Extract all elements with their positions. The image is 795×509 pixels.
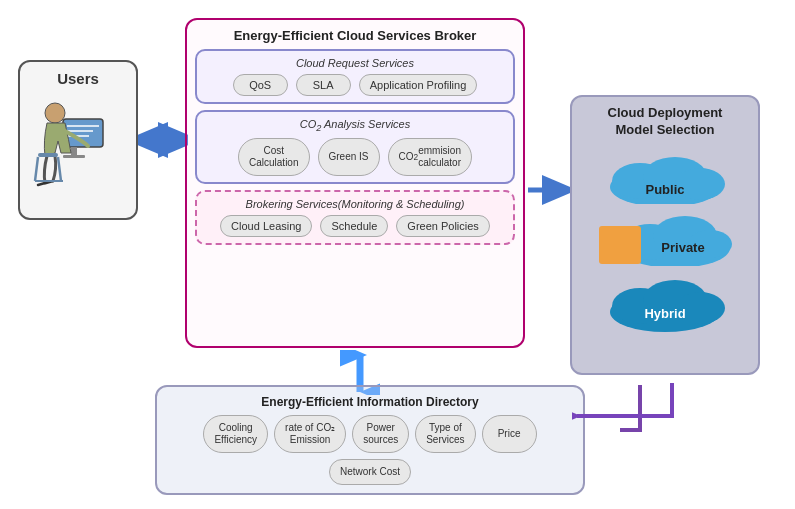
cloud-request-pills: QoS SLA Application Profiling [205,74,505,96]
pill-co2-calc: CO2 emmisioncalculator [388,138,472,176]
users-box: Users [18,60,138,220]
co2-box: CO2 Analysis Services CostCalculation Gr… [195,110,515,184]
pill-sla: SLA [296,74,351,96]
svg-text:Private: Private [661,240,704,255]
hybrid-cloud-svg: Hybrid [595,272,735,332]
arrow-broker-deployment [526,175,576,205]
pill-green-policies: Green Policies [396,215,490,237]
svg-rect-1 [71,147,77,155]
pill-cloud-leasing: Cloud Leasing [220,215,312,237]
pill-cooling: CoolingEfficiency [203,415,268,453]
svg-text:Hybrid: Hybrid [644,306,685,321]
pill-co2-rate: rate of CO₂Emission [274,415,346,453]
deployment-title: Cloud DeploymentModel Selection [608,105,723,139]
users-label: Users [57,70,99,87]
pill-network-cost: Network Cost [329,459,411,485]
brokering-box: Brokering Services(Monitoring & Scheduli… [195,190,515,245]
hybrid-cloud-container: Hybrid [595,272,735,332]
info-directory-title: Energy-Efficient Information Directory [165,395,575,409]
cloud-request-box: Cloud Request Services QoS SLA Applicati… [195,49,515,104]
co2-pills: CostCalculation Green IS CO2 emmisioncal… [205,138,505,176]
broker-title: Energy-Efficient Cloud Services Broker [195,28,515,43]
brokering-pills: Cloud Leasing Schedule Green Policies [205,215,505,237]
co2-title: CO2 Analysis Services [205,118,505,133]
info-pills-row1: CoolingEfficiency rate of CO₂Emission Po… [165,415,575,485]
svg-point-6 [45,103,65,123]
arrow-users-broker [138,120,188,160]
pill-power: Powersources [352,415,409,453]
pill-qos: QoS [233,74,288,96]
orange-rect [599,226,641,264]
arrow-deploy-to-info [572,378,692,428]
svg-text:Public: Public [645,182,684,197]
svg-rect-7 [38,153,58,157]
svg-line-8 [35,157,38,181]
brokering-title: Brokering Services(Monitoring & Scheduli… [205,198,505,210]
pill-cost: CostCalculation [238,138,309,176]
pill-type-services: Type ofServices [415,415,475,453]
svg-line-9 [58,157,61,181]
info-directory-box: Energy-Efficient Information Directory C… [155,385,585,495]
broker-box: Energy-Efficient Cloud Services Broker C… [185,18,525,348]
pill-price: Price [482,415,537,453]
svg-rect-2 [63,155,85,158]
pill-app-profiling: Application Profiling [359,74,478,96]
private-cloud-container: Private [595,206,735,266]
public-cloud-container: Public [595,149,735,204]
pill-green-is: Green IS [318,138,380,176]
cloud-request-title: Cloud Request Services [205,57,505,69]
deployment-box: Cloud DeploymentModel Selection Public P… [570,95,760,375]
person-icon [33,91,123,191]
diagram-container: Users [0,0,795,509]
public-cloud-svg: Public [595,149,735,204]
pill-schedule: Schedule [320,215,388,237]
